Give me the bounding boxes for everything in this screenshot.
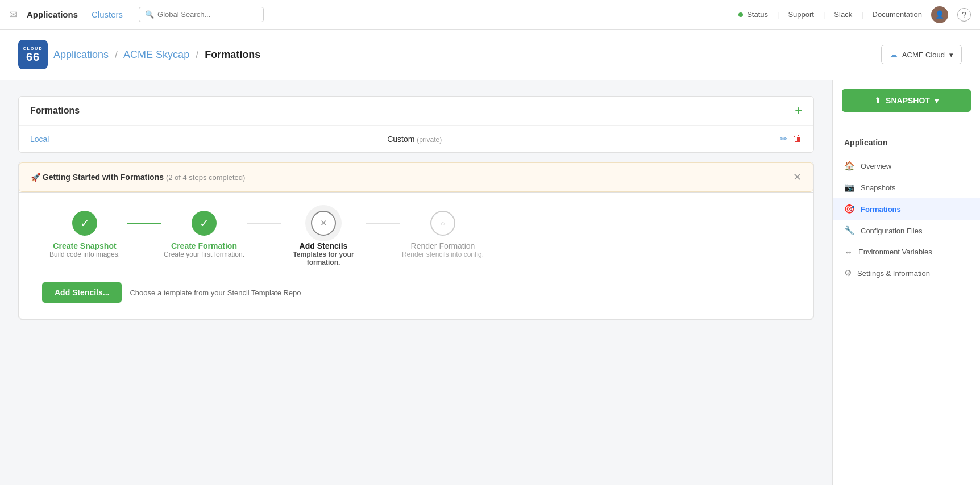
breadcrumb-sep2: /	[196, 49, 198, 60]
snapshot-button[interactable]: ⬆ SNAPSHOT ▾	[842, 89, 971, 112]
step-3-label: Add Stencils Templates for your formatio…	[281, 241, 366, 266]
add-stencils-button[interactable]: Add Stencils...	[42, 282, 122, 303]
sidebar-item-overview[interactable]: 🏠 Overview	[833, 155, 980, 177]
sidebar-item-config-files[interactable]: 🔧 Configuration Files	[833, 220, 980, 241]
step-3-circle: ✕	[311, 211, 336, 236]
account-selector-button[interactable]: ☁ ACME Cloud ▾	[881, 45, 962, 64]
nav-left: ✉ Applications Clusters 🔍	[9, 7, 264, 22]
sidebar-section-title: Application	[833, 132, 980, 155]
steps-area: ✓ Create Snapshot Build code into images…	[19, 192, 813, 319]
stencil-hint-text: Choose a template from your Stencil Temp…	[130, 289, 301, 297]
edit-formation-icon[interactable]: ✏	[780, 133, 787, 144]
sidebar-item-env-vars[interactable]: ↔ Environment Variables	[833, 241, 980, 262]
step-1-desc: Build code into images.	[49, 250, 120, 258]
step-3-name: Add Stencils	[281, 241, 366, 250]
step-2-name: Create Formation	[164, 241, 244, 250]
close-banner-button[interactable]: ✕	[793, 171, 802, 183]
sidebar-item-settings[interactable]: ⚙ Settings & Information	[833, 262, 980, 284]
status-link[interactable]: Status	[747, 10, 768, 19]
sidebar-item-snapshots[interactable]: 📷 Snapshots	[833, 177, 980, 198]
breadcrumb-bar: CLOUD 66 Applications / ACME Skycap / Fo…	[0, 30, 980, 80]
chevron-down-icon: ▾	[949, 51, 953, 59]
step-4-circle: ○	[430, 211, 455, 236]
rocket-icon: 🚀	[31, 173, 43, 182]
support-link[interactable]: Support	[788, 10, 814, 19]
step-1-label: Create Snapshot Build code into images.	[49, 241, 120, 258]
formation-visibility-label: (private)	[417, 136, 442, 144]
camera-icon: 📷	[844, 182, 855, 193]
documentation-link[interactable]: Documentation	[873, 10, 922, 19]
snapshot-icon: ⬆	[874, 96, 881, 105]
config-icon: 🔧	[844, 225, 855, 236]
step-1-name: Create Snapshot	[49, 241, 120, 250]
step-2-label: Create Formation Create your first forma…	[164, 241, 244, 258]
breadcrumb-page-title: Formations	[205, 49, 260, 60]
formations-card-header: Formations +	[19, 97, 813, 126]
formations-icon: 🎯	[844, 204, 855, 214]
sidebar-env-label: Environment Variables	[858, 248, 932, 256]
sidebar-snapshots-label: Snapshots	[861, 183, 895, 192]
account-label: ACME Cloud	[902, 51, 945, 59]
applications-nav-link[interactable]: Applications	[27, 10, 78, 19]
getting-started-container: 🚀 Getting Started with Formations (2 of …	[18, 162, 814, 320]
breadcrumb-left: CLOUD 66 Applications / ACME Skycap / Fo…	[18, 40, 260, 69]
logo-cloud-text: CLOUD	[23, 47, 43, 51]
connector-1-2	[127, 223, 161, 224]
clusters-nav-link[interactable]: Clusters	[92, 10, 123, 19]
mail-icon: ✉	[9, 9, 18, 21]
search-icon: 🔍	[145, 10, 154, 19]
step-2-circle: ✓	[192, 211, 217, 236]
search-input[interactable]	[157, 10, 258, 19]
snapshot-chevron-icon: ▾	[935, 96, 939, 105]
add-formation-button[interactable]: +	[795, 104, 802, 117]
step-4: ○ Render Formation Render stencils into …	[400, 211, 485, 258]
connector-3-4	[366, 223, 400, 224]
formation-local-link[interactable]: Local	[30, 135, 49, 144]
snapshot-label: SNAPSHOT	[886, 96, 930, 105]
step-4-name: Render Formation	[402, 241, 484, 250]
step-1: ✓ Create Snapshot Build code into images…	[42, 211, 127, 258]
step-3-desc: Templates for your formation.	[281, 250, 366, 266]
logo-number: 66	[26, 51, 40, 62]
sidebar-config-label: Configuration Files	[861, 227, 922, 235]
step-1-circle: ✓	[72, 211, 97, 236]
status-indicator: Status	[738, 10, 768, 19]
snapshot-btn-area: ⬆ SNAPSHOT ▾	[833, 89, 980, 132]
breadcrumb-sep1: /	[115, 49, 118, 60]
steps-row: ✓ Create Snapshot Build code into images…	[42, 211, 790, 266]
divider2: |	[823, 10, 825, 19]
global-search-box[interactable]: 🔍	[139, 7, 264, 22]
formations-card: Formations + Local Custom (private) ✏ 🗑	[18, 96, 814, 153]
formation-type-label: Custom	[387, 135, 414, 144]
content-area: Formations + Local Custom (private) ✏ 🗑 …	[0, 80, 832, 485]
formation-row-actions: ✏ 🗑	[780, 133, 802, 144]
formation-type: Custom (private)	[387, 135, 442, 144]
home-icon: 🏠	[844, 161, 855, 171]
breadcrumb-app-name-link[interactable]: ACME Skycap	[123, 49, 189, 60]
help-button[interactable]: ?	[957, 8, 971, 22]
banner-title-text: Getting Started with Formations	[43, 173, 164, 182]
step-4-label: Render Formation Render stencils into co…	[402, 241, 484, 258]
divider: |	[777, 10, 779, 19]
formations-card-title: Formations	[30, 106, 80, 116]
add-stencils-row: Add Stencils... Choose a template from y…	[42, 282, 790, 303]
right-sidebar: ⬆ SNAPSHOT ▾ Application 🏠 Overview 📷 Sn…	[832, 80, 980, 485]
step-4-desc: Render stencils into config.	[402, 250, 484, 258]
sidebar-overview-label: Overview	[861, 162, 891, 170]
avatar-initials: 👤	[935, 10, 944, 19]
steps-progress-text: (2 of 4 steps completed)	[166, 173, 245, 182]
avatar[interactable]: 👤	[931, 6, 948, 23]
banner-content: 🚀 Getting Started with Formations (2 of …	[31, 173, 245, 182]
slack-link[interactable]: Slack	[834, 10, 852, 19]
nav-right: Status | Support | Slack | Documentation…	[738, 6, 971, 23]
formation-row: Local Custom (private) ✏ 🗑	[19, 126, 813, 152]
breadcrumb-applications-link[interactable]: Applications	[53, 49, 109, 60]
step-2-desc: Create your first formation.	[164, 250, 244, 258]
main-layout: Formations + Local Custom (private) ✏ 🗑 …	[0, 80, 980, 485]
cloud66-logo: CLOUD 66	[18, 40, 48, 69]
delete-formation-icon[interactable]: 🗑	[793, 133, 802, 144]
settings-icon: ⚙	[844, 268, 852, 278]
sidebar-item-formations[interactable]: 🎯 Formations	[833, 198, 980, 220]
divider3: |	[861, 10, 863, 19]
env-icon: ↔	[844, 247, 853, 257]
